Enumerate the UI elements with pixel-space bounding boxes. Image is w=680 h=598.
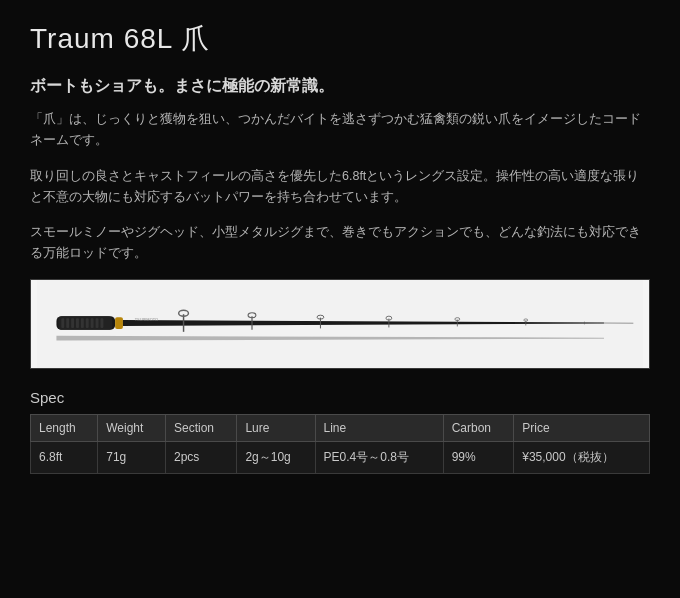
svg-rect-7 xyxy=(81,318,84,328)
svg-rect-3 xyxy=(61,318,64,328)
svg-rect-9 xyxy=(91,318,94,328)
header-section: Section xyxy=(166,414,237,441)
description-1: 「爪」は、じっくりと獲物を狙い、つかんだバイトを逃さずつかむ猛禽類の鋭い爪をイメ… xyxy=(30,109,650,152)
header-weight: Weight xyxy=(98,414,166,441)
subtitle: ボートもショアも。まさに極能の新常識。 xyxy=(30,76,650,97)
spec-header-row: Length Weight Section Lure Line Carbon P… xyxy=(31,414,650,441)
header-carbon: Carbon xyxy=(443,414,514,441)
svg-rect-8 xyxy=(86,318,89,328)
header-length: Length xyxy=(31,414,98,441)
svg-rect-12 xyxy=(115,317,123,329)
svg-rect-10 xyxy=(96,318,99,328)
description-3: スモールミノーやジグヘッド、小型メタルジグまで、巻きでもアクションでも、どんな釣… xyxy=(30,222,650,265)
svg-rect-4 xyxy=(66,318,69,328)
svg-rect-11 xyxy=(100,318,103,328)
value-weight: 71g xyxy=(98,441,166,473)
header-line: Line xyxy=(315,414,443,441)
value-length: 6.8ft xyxy=(31,441,98,473)
spec-title: Spec xyxy=(30,389,650,406)
value-line: PE0.4号～0.8号 xyxy=(315,441,443,473)
header-lure: Lure xyxy=(237,414,315,441)
value-price: ¥35,000（税抜） xyxy=(514,441,650,473)
value-lure: 2g～10g xyxy=(237,441,315,473)
svg-rect-6 xyxy=(76,318,79,328)
value-section: 2pcs xyxy=(166,441,237,473)
spec-table: Length Weight Section Lure Line Carbon P… xyxy=(30,414,650,474)
value-carbon: 99% xyxy=(443,441,514,473)
header-price: Price xyxy=(514,414,650,441)
description-2: 取り回しの良さとキャストフィールの高さを優先した6.8ftというレングス設定。操… xyxy=(30,166,650,209)
spec-value-row: 6.8ft 71g 2pcs 2g～10g PE0.4号～0.8号 99% ¥3… xyxy=(31,441,650,473)
page-title: Traum 68L 爪 xyxy=(30,20,650,58)
rod-image: TSURIMOTO xyxy=(30,279,650,369)
svg-rect-5 xyxy=(71,318,74,328)
svg-text:TSURIMOTO: TSURIMOTO xyxy=(135,317,158,322)
